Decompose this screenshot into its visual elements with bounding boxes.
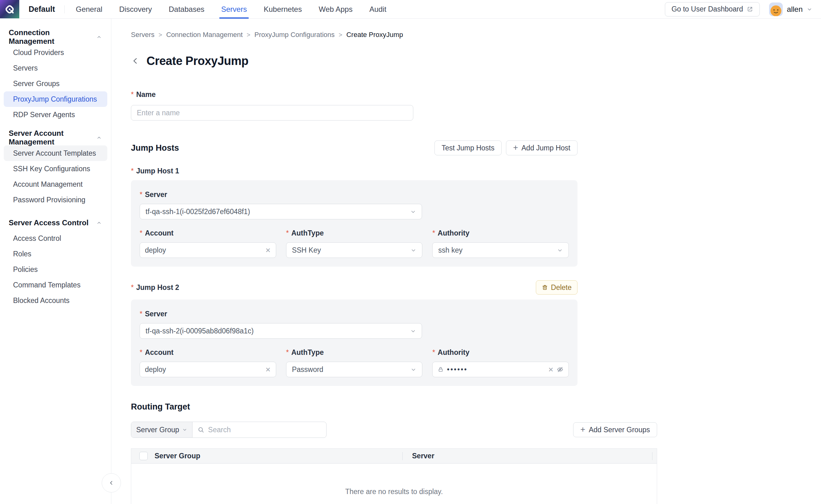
required-asterisk: * bbox=[131, 167, 134, 175]
main-content: Servers > Connection Management > ProxyJ… bbox=[112, 19, 821, 504]
sidebar-item-cloud-providers[interactable]: Cloud Providers bbox=[4, 45, 107, 60]
user-menu[interactable]: allen bbox=[769, 2, 812, 16]
account-label-text: Account bbox=[145, 229, 173, 237]
tab-audit[interactable]: Audit bbox=[369, 0, 387, 19]
sidebar-item-account-management[interactable]: Account Management bbox=[4, 176, 107, 192]
filter-field-dropdown[interactable]: Server Group bbox=[131, 422, 192, 438]
chevron-up-icon bbox=[96, 220, 102, 226]
jump-host-1-account-input[interactable]: deploy ✕ bbox=[140, 242, 276, 258]
account-field: * Account deploy ✕ bbox=[140, 348, 276, 377]
tab-web-apps[interactable]: Web Apps bbox=[319, 0, 353, 19]
back-button[interactable] bbox=[131, 57, 140, 65]
avatar bbox=[769, 2, 783, 16]
routing-search-input[interactable] bbox=[208, 426, 321, 434]
breadcrumb-separator: > bbox=[247, 31, 250, 39]
tab-general[interactable]: General bbox=[76, 0, 102, 19]
server-select-value: tf-qa-ssh-1(i-0025f2d67ef6048f1) bbox=[145, 208, 406, 216]
chevron-down-icon bbox=[410, 247, 416, 253]
jump-host-2-authority-password-input[interactable]: •••••• ✕ bbox=[432, 362, 569, 377]
app-screen: Default General Discovery Databases Serv… bbox=[0, 0, 821, 504]
account-value: deploy bbox=[145, 365, 262, 374]
tab-kubernetes[interactable]: Kubernetes bbox=[264, 0, 302, 19]
jump-host-2-authtype-select[interactable]: Password bbox=[286, 362, 423, 377]
clear-icon[interactable]: ✕ bbox=[265, 247, 271, 254]
sidebar-item-blocked-accounts[interactable]: Blocked Accounts bbox=[4, 293, 107, 308]
jump-host-2-server-select[interactable]: tf-qa-ssh-2(i-00095ab8d06f98a1c) bbox=[140, 323, 422, 339]
select-all-checkbox[interactable] bbox=[139, 452, 148, 460]
routing-search bbox=[192, 422, 326, 438]
jump-host-2-card: * Server tf-qa-ssh-2(i-00095ab8d06f98a1c… bbox=[131, 300, 577, 386]
jump-host-1-label-row: * Jump Host 1 bbox=[131, 167, 577, 175]
sidebar-item-command-templates[interactable]: Command Templates bbox=[4, 277, 107, 293]
delete-jump-host-button[interactable]: Delete bbox=[536, 280, 577, 295]
required-asterisk: * bbox=[286, 348, 289, 357]
tab-servers[interactable]: Servers bbox=[221, 0, 247, 19]
workspace-switcher[interactable]: Default bbox=[29, 5, 55, 14]
chevron-up-icon bbox=[96, 135, 102, 140]
jump-host-2-account-input[interactable]: deploy ✕ bbox=[140, 362, 276, 377]
sidebar-group-server-account-management: Server Account Management Server Account… bbox=[0, 130, 111, 208]
account-field: * Account deploy ✕ bbox=[140, 229, 276, 258]
sidebar-item-password-provisioning[interactable]: Password Provisioning bbox=[4, 192, 107, 208]
topbar-right-area: Go to User Dashboard bbox=[665, 2, 821, 16]
clear-icon[interactable]: ✕ bbox=[548, 366, 553, 373]
add-server-groups-label: Add Server Groups bbox=[589, 426, 650, 434]
required-asterisk: * bbox=[140, 310, 142, 318]
test-jump-hosts-button[interactable]: Test Jump Hosts bbox=[434, 140, 502, 155]
app-logo[interactable] bbox=[0, 0, 19, 18]
sidebar: Connection Management Cloud Providers Se… bbox=[0, 19, 111, 504]
breadcrumb-servers[interactable]: Servers bbox=[131, 31, 154, 39]
jump-host-1-authtype-select[interactable]: SSH Key bbox=[286, 242, 423, 258]
sidebar-item-access-control[interactable]: Access Control bbox=[4, 231, 107, 246]
sidebar-item-ssh-key-configurations[interactable]: SSH Key Configurations bbox=[4, 161, 107, 176]
tab-discovery[interactable]: Discovery bbox=[119, 0, 152, 19]
name-input[interactable] bbox=[131, 105, 413, 121]
chevron-down-icon bbox=[410, 209, 416, 215]
sidebar-item-proxyjump-configurations[interactable]: ProxyJump Configurations bbox=[4, 91, 107, 107]
server-label: * Server bbox=[140, 309, 569, 318]
required-asterisk: * bbox=[140, 229, 142, 237]
breadcrumb-proxyjump-configurations[interactable]: ProxyJump Configurations bbox=[255, 31, 335, 39]
routing-filter-row: Server Group + Add Server Groups bbox=[131, 422, 657, 438]
required-asterisk: * bbox=[432, 229, 435, 237]
eye-off-icon[interactable] bbox=[557, 366, 563, 373]
clear-icon[interactable]: ✕ bbox=[265, 366, 271, 373]
jump-host-1-authority-select[interactable]: ssh key bbox=[432, 242, 569, 258]
sidebar-group-header-server-account-management[interactable]: Server Account Management bbox=[0, 130, 111, 145]
tab-databases[interactable]: Databases bbox=[168, 0, 204, 19]
add-server-groups-button[interactable]: + Add Server Groups bbox=[573, 422, 657, 437]
topbar-divider bbox=[64, 5, 65, 13]
sidebar-group-header-server-access-control[interactable]: Server Access Control bbox=[0, 215, 111, 231]
authority-field: * Authority ssh key bbox=[432, 229, 569, 258]
account-value: deploy bbox=[145, 246, 262, 254]
go-to-user-dashboard-button[interactable]: Go to User Dashboard bbox=[665, 2, 760, 16]
sidebar-item-rdp-server-agents[interactable]: RDP Server Agents bbox=[4, 107, 107, 122]
jump-host-1-fields-row: * Account deploy ✕ * AuthType SSH Key bbox=[140, 229, 569, 258]
chevron-down-icon bbox=[557, 247, 563, 253]
sidebar-item-servers[interactable]: Servers bbox=[4, 60, 107, 76]
sidebar-item-policies[interactable]: Policies bbox=[4, 262, 107, 277]
authtype-value: Password bbox=[292, 365, 407, 374]
authority-label: * Authority bbox=[432, 229, 569, 237]
required-asterisk: * bbox=[131, 283, 134, 292]
chevron-down-icon bbox=[410, 367, 416, 373]
sidebar-item-roles[interactable]: Roles bbox=[4, 246, 107, 262]
sidebar-collapse-button[interactable] bbox=[102, 473, 121, 493]
name-label-text: Name bbox=[136, 90, 156, 99]
authority-label-text: Authority bbox=[438, 348, 469, 357]
jump-host-1-card: * Server tf-qa-ssh-1(i-0025f2d67ef6048f1… bbox=[131, 180, 577, 267]
sidebar-group-header-connection-management[interactable]: Connection Management bbox=[0, 29, 111, 45]
server-label: * Server bbox=[140, 190, 569, 199]
sidebar-group-connection-management: Connection Management Cloud Providers Se… bbox=[0, 29, 111, 122]
sidebar-item-server-account-templates[interactable]: Server Account Templates bbox=[4, 145, 107, 161]
brand-logo-icon bbox=[4, 4, 15, 15]
breadcrumb-connection-management[interactable]: Connection Management bbox=[166, 31, 243, 39]
server-label-text: Server bbox=[145, 310, 167, 318]
breadcrumb-current: Create ProxyJump bbox=[346, 31, 403, 39]
add-jump-host-button[interactable]: + Add Jump Host bbox=[506, 140, 577, 155]
account-label: * Account bbox=[140, 229, 276, 237]
sidebar-item-server-groups[interactable]: Server Groups bbox=[4, 76, 107, 91]
jump-host-1-server-select[interactable]: tf-qa-ssh-1(i-0025f2d67ef6048f1) bbox=[140, 204, 422, 219]
sidebar-group-title: Connection Management bbox=[9, 28, 96, 46]
authtype-field: * AuthType Password bbox=[286, 348, 423, 377]
